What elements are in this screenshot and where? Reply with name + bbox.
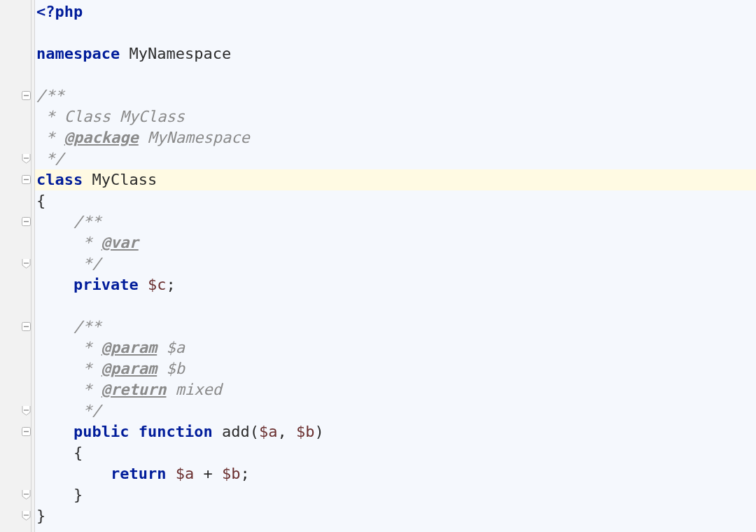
code-line[interactable]: public function add($a, $b) (35, 421, 756, 442)
fold-open-icon[interactable] (21, 174, 31, 185)
comment-token: * (74, 360, 102, 377)
fold-open-icon[interactable] (21, 216, 31, 227)
fold-open-icon[interactable] (21, 321, 31, 332)
code-line[interactable]: /** (35, 211, 756, 232)
text-token: { (74, 444, 83, 461)
text-token (213, 423, 222, 440)
comment-token: * Class MyClass (36, 108, 185, 125)
text-token: , (277, 423, 296, 440)
doctag-token: @param (102, 360, 157, 377)
fold-open-icon[interactable] (21, 90, 31, 101)
code-line[interactable]: */ (35, 148, 756, 169)
code-line[interactable]: * @param $a (35, 337, 756, 358)
text-token: ; (166, 276, 175, 293)
code-line[interactable]: { (35, 190, 756, 211)
code-line[interactable]: * @param $b (35, 358, 756, 379)
text-token: MyNamespace (129, 45, 231, 62)
code-line[interactable]: <?php (35, 1, 756, 22)
keyword-token: return (111, 465, 166, 482)
fold-close-icon[interactable] (21, 489, 31, 500)
code-line[interactable]: */ (35, 400, 756, 421)
code-line[interactable]: } (35, 484, 756, 505)
doctag-token: @var (102, 234, 139, 251)
text-token (166, 465, 175, 482)
fold-close-icon[interactable] (21, 258, 31, 269)
doctag-token: @return (102, 381, 167, 398)
code-line[interactable]: * @var (35, 232, 756, 253)
variable-token: $a (259, 423, 278, 440)
code-line[interactable]: * @package MyNamespace (35, 127, 756, 148)
comment-token: /** (74, 318, 102, 335)
code-area[interactable]: <?php namespace MyNamespace /** * Class … (35, 0, 756, 532)
code-line[interactable]: } (35, 505, 756, 526)
keyword-token: private (74, 276, 139, 293)
text-token: } (36, 507, 46, 524)
text-token (120, 45, 129, 62)
variable-token: $c (148, 276, 167, 293)
fold-open-icon[interactable] (21, 426, 31, 437)
text-token: { (36, 192, 46, 209)
comment-token: * (36, 129, 64, 146)
comment-token: * (74, 234, 102, 251)
comment-token: MyNamespace (139, 129, 250, 146)
code-line[interactable]: namespace MyNamespace (35, 43, 756, 64)
code-line[interactable]: /** (35, 316, 756, 337)
comment-token: */ (74, 255, 102, 272)
comment-token: mixed (166, 381, 221, 398)
keyword-token: class (36, 171, 83, 188)
comment-token: * (74, 381, 102, 398)
text-token (129, 423, 138, 440)
code-line[interactable]: * Class MyClass (35, 106, 756, 127)
code-line[interactable]: */ (35, 253, 756, 274)
code-line[interactable] (35, 64, 756, 85)
text-token: add( (222, 423, 259, 440)
keyword-token: function (139, 423, 213, 440)
variable-token: $b (296, 423, 315, 440)
fold-close-icon[interactable] (21, 510, 31, 521)
text-token: ; (240, 465, 249, 482)
code-line[interactable] (35, 295, 756, 316)
text-token: } (74, 486, 83, 503)
code-line[interactable]: return $a + $b; (35, 463, 756, 484)
keyword-token: public (74, 423, 129, 440)
comment-token: /** (74, 213, 102, 230)
comment-token: */ (36, 150, 64, 167)
code-editor: <?php namespace MyNamespace /** * Class … (0, 0, 756, 532)
text-token: ) (314, 423, 323, 440)
text-token: + (194, 465, 222, 482)
fold-close-icon[interactable] (21, 153, 31, 164)
variable-token: $b (222, 465, 241, 482)
doctag-token: @param (102, 339, 157, 356)
code-line[interactable]: class MyClass (35, 169, 756, 190)
code-line[interactable]: { (35, 442, 756, 463)
code-line[interactable]: * @return mixed (35, 379, 756, 400)
comment-token: */ (74, 402, 102, 419)
text-token (83, 171, 92, 188)
comment-token: * (74, 339, 102, 356)
variable-token: $a (176, 465, 195, 482)
text-token: MyClass (92, 171, 157, 188)
keyword-token: <?php (36, 3, 83, 20)
comment-token: $b (157, 360, 185, 377)
keyword-token: namespace (36, 45, 120, 62)
fold-close-icon[interactable] (21, 405, 31, 416)
gutter (0, 0, 35, 532)
doctag-token: @package (64, 129, 139, 146)
code-line[interactable]: /** (35, 85, 756, 106)
text-token (139, 276, 148, 293)
comment-token: /** (36, 87, 64, 104)
code-line[interactable]: private $c; (35, 274, 756, 295)
code-line[interactable] (35, 22, 756, 43)
comment-token: $a (157, 339, 185, 356)
